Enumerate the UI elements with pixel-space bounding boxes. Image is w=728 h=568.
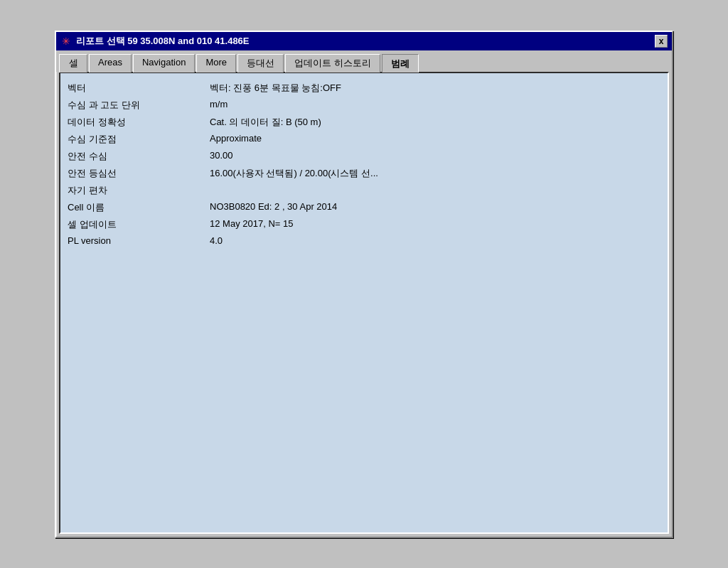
row-value: Approximate <box>210 132 660 147</box>
row-label: 벡터 <box>68 80 210 96</box>
row-label: 안전 등심선 <box>68 166 210 181</box>
row-value: 벡터: 진풍 6분 목표물 눙침:OFF <box>210 80 660 96</box>
title-bar: ✳ 리포트 선택 59 35.008N and 010 41.486E x <box>56 32 672 50</box>
table-row: 자기 편차 <box>68 183 660 198</box>
table-row: 수심 과 고도 단위 m/m <box>68 97 660 113</box>
table-row: 데이터 정확성 Cat. 의 데이터 질: B (50 m) <box>68 114 660 130</box>
row-value: 16.00(사용자 선택됨) / 20.00(시스템 선... <box>210 166 660 181</box>
row-label: 안전 수심 <box>68 149 210 164</box>
table-row: Cell 이름 NO3B0820 Ed: 2 , 30 Apr 2014 <box>68 200 660 215</box>
tab-legend[interactable]: 범례 <box>382 54 419 73</box>
tab-areas[interactable]: Areas <box>89 54 132 73</box>
row-label: PL version <box>68 234 210 250</box>
row-value: Cat. 의 데이터 질: B (50 m) <box>210 114 660 130</box>
row-value: 30.00 <box>210 149 660 164</box>
row-label: 수심 기준점 <box>68 132 210 147</box>
window-title: 리포트 선택 59 35.008N and 010 41.486E <box>76 35 250 48</box>
row-label: 셀 업데이트 <box>68 217 210 232</box>
row-value: NO3B0820 Ed: 2 , 30 Apr 2014 <box>210 200 660 215</box>
row-value <box>210 183 660 198</box>
row-label: 데이터 정확성 <box>68 114 210 130</box>
table-row: 안전 수심 30.00 <box>68 149 660 164</box>
tab-content-legend: 벡터 벡터: 진풍 6분 목표물 눙침:OFF 수심 과 고도 단위 m/m 데… <box>59 72 669 534</box>
app-icon: ✳ <box>60 36 72 47</box>
table-row: 안전 등심선 16.00(사용자 선택됨) / 20.00(시스템 선... <box>68 166 660 181</box>
row-label: Cell 이름 <box>68 200 210 215</box>
row-value: m/m <box>210 97 660 113</box>
title-bar-left: ✳ 리포트 선택 59 35.008N and 010 41.486E <box>60 35 250 48</box>
table-row: 셀 업데이트 12 May 2017, N= 15 <box>68 217 660 232</box>
tab-bar: 셀 Areas Navigation More 등대선 업데이트 히스토리 범례 <box>56 50 672 72</box>
row-label: 자기 편차 <box>68 183 210 198</box>
table-row: 수심 기준점 Approximate <box>68 132 660 147</box>
table-row: 벡터 벡터: 진풍 6분 목표물 눙침:OFF <box>68 80 660 96</box>
table-row: PL version 4.0 <box>68 234 660 250</box>
tab-lighthouse[interactable]: 등대선 <box>237 54 284 73</box>
row-label: 수심 과 고도 단위 <box>68 97 210 113</box>
tab-more[interactable]: More <box>196 54 236 73</box>
tab-cell[interactable]: 셀 <box>59 54 87 73</box>
main-window: ✳ 리포트 선택 59 35.008N and 010 41.486E x 셀 … <box>55 31 673 538</box>
tab-update-history[interactable]: 업데이트 히스토리 <box>285 54 380 73</box>
tab-navigation[interactable]: Navigation <box>133 54 195 73</box>
row-value: 4.0 <box>210 234 660 250</box>
close-button[interactable]: x <box>655 35 668 48</box>
info-table: 벡터 벡터: 진풍 6분 목표물 눙침:OFF 수심 과 고도 단위 m/m 데… <box>68 80 660 250</box>
row-value: 12 May 2017, N= 15 <box>210 217 660 232</box>
